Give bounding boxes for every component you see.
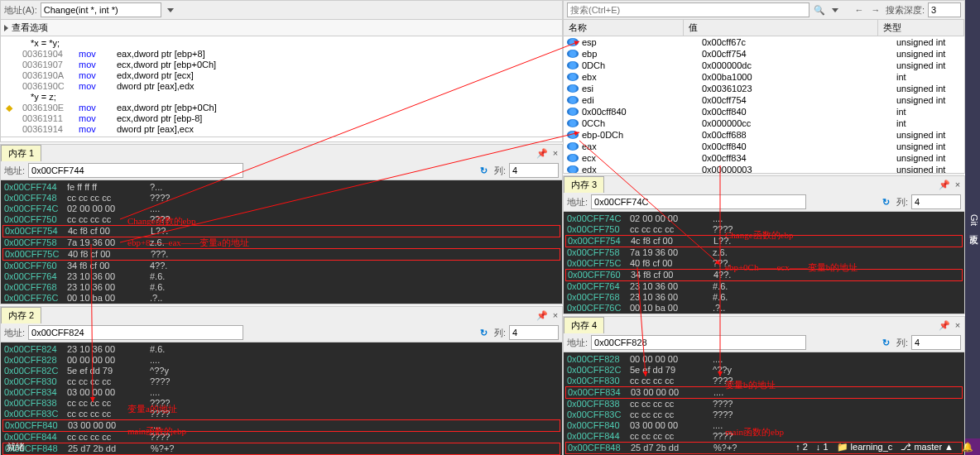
close-icon[interactable]: × (549, 146, 562, 160)
nav-left-icon[interactable]: ← (853, 3, 866, 17)
refresh-icon[interactable]: ↻ (880, 195, 893, 208)
close-icon[interactable]: × (951, 178, 964, 191)
depth-input[interactable] (928, 2, 961, 17)
mem3-cols-label: 列: (896, 196, 908, 208)
mem3-cols-input[interactable] (911, 194, 961, 209)
memory4-tab[interactable]: 内存 4 (564, 317, 604, 333)
mem2-addr-input[interactable] (28, 325, 243, 340)
pin-icon[interactable]: 📌 (938, 318, 951, 332)
address-toolbar: 地址(A): (1, 1, 562, 20)
git-rail[interactable]: Git 更改 (965, 0, 980, 438)
watch-table[interactable]: esp0x00cff67cunsigned intebp0x00cff754un… (564, 36, 964, 174)
watch-row[interactable]: ebx0x00ba1000int (564, 71, 964, 83)
search-dropdown[interactable] (829, 3, 841, 17)
watch-row[interactable]: 0x00cff8400x00cff840int (564, 106, 964, 117)
depth-label: 搜索深度: (886, 4, 925, 17)
mem4-cols-label: 列: (896, 337, 908, 349)
mem1-cols-label: 列: (494, 165, 506, 177)
search-icon[interactable]: 🔍 (813, 3, 826, 17)
expand-icon (4, 25, 8, 31)
status-ready: 就绪 (7, 441, 25, 453)
watch-row[interactable]: edx0x00000003unsigned int (564, 164, 964, 174)
refresh-icon[interactable]: ↻ (478, 164, 491, 177)
view-options-label: 查看选项 (12, 22, 48, 34)
col-name[interactable]: 名称 (564, 20, 684, 36)
mem2-addr-label: 地址: (4, 327, 25, 339)
view-options-bar[interactable]: 查看选项 (1, 20, 562, 36)
status-branch[interactable]: ⎇ master ▲ (901, 442, 954, 453)
watch-header: 名称 值 类型 (564, 20, 964, 36)
zoom-dropdown[interactable] (35, 139, 46, 142)
disassembly-panel: 地址(A): 查看选项 *x = *y;00361904moveax,dword… (0, 0, 563, 142)
refresh-icon[interactable]: ↻ (478, 326, 491, 339)
watch-row[interactable]: esi0x00361023unsigned int (564, 83, 964, 94)
memory4-table[interactable]: 0x00CFF82800 00 00 00....0x00CFF82C5e ef… (564, 352, 964, 455)
memory1-tab[interactable]: 内存 1 (1, 145, 41, 161)
watch-row[interactable]: ecx0x00cff834unsigned int (564, 152, 964, 164)
mem4-addr-input[interactable] (591, 335, 806, 350)
zoom-bar: 100 % ──────◉── (1, 136, 562, 142)
close-icon[interactable]: × (951, 318, 964, 332)
memory3-tab[interactable]: 内存 3 (564, 176, 604, 193)
memory2-tab[interactable]: 内存 2 (1, 307, 41, 323)
mem2-cols-label: 列: (494, 327, 506, 339)
memory2-table[interactable]: 0x00CFF82423 10 36 00#.6.0x00CFF82800 00… (1, 342, 562, 455)
watch-row[interactable]: 0CCh0x000000ccint (564, 117, 964, 129)
mem4-addr-label: 地址: (567, 337, 588, 349)
memory1-table[interactable]: 0x00CFF744fe ff ff ff?...0x00CFF748cc cc… (1, 180, 562, 304)
close-icon[interactable]: × (549, 309, 562, 322)
mem1-addr-label: 地址: (4, 165, 25, 177)
mem1-addr-input[interactable] (28, 163, 243, 178)
watch-row[interactable]: edi0x00cff754unsigned int (564, 94, 964, 106)
memory3-panel: 内存 3 📌 × 地址: ↻ 列: 0x00CFF74C02 00 00 00.… (563, 175, 965, 314)
search-input[interactable] (567, 2, 809, 17)
pin-icon[interactable]: 📌 (938, 178, 951, 191)
memory4-panel: 内存 4 📌 × 地址: ↻ 列: 0x00CFF82800 00 00 00.… (563, 316, 965, 455)
status-bell-icon[interactable]: 🔔 (962, 442, 973, 453)
status-up[interactable]: ↑ 2 (795, 442, 808, 452)
address-input[interactable] (41, 2, 161, 17)
watch-row[interactable]: esp0x00cff67cunsigned int (564, 36, 964, 48)
zoom-value: 100 % (4, 141, 30, 142)
address-label: 地址(A): (4, 4, 37, 17)
disassembly-listing[interactable]: *x = *y;00361904moveax,dword ptr [ebp+8]… (1, 36, 562, 136)
memory3-table[interactable]: 0x00CFF74C02 00 00 00....0x00CFF750cc cc… (564, 212, 964, 314)
mem3-addr-label: 地址: (567, 196, 588, 208)
mem3-addr-input[interactable] (591, 194, 806, 209)
watch-row[interactable]: ebp0x00cff754unsigned int (564, 48, 964, 60)
status-repo[interactable]: 📁 learning_c (837, 442, 893, 453)
address-dropdown[interactable] (165, 3, 176, 17)
nav-right-icon[interactable]: → (869, 3, 882, 17)
refresh-icon[interactable]: ↻ (880, 336, 893, 349)
watch-panel: 🔍 ← → 搜索深度: 名称 值 类型 esp0x00cff67cunsigne… (563, 0, 965, 174)
watch-row[interactable]: ebp-0DCh0x00cff688unsigned int (564, 129, 964, 141)
mem2-cols-input[interactable] (509, 325, 559, 340)
status-down[interactable]: ↓ 1 (816, 442, 829, 452)
memory1-panel: 内存 1 📌 × 地址: ↻ 列: 0x00CFF744fe ff ff ff?… (0, 144, 563, 304)
pin-icon[interactable]: 📌 (536, 146, 549, 160)
col-type[interactable]: 类型 (878, 20, 964, 36)
memory2-panel: 内存 2 📌 × 地址: ↻ 列: 0x00CFF82423 10 36 00#… (0, 306, 563, 455)
mem4-cols-input[interactable] (911, 335, 961, 350)
pin-icon[interactable]: 📌 (536, 309, 549, 322)
mem1-cols-input[interactable] (509, 163, 559, 178)
watch-row[interactable]: eax0x00cff840unsigned int (564, 141, 964, 152)
col-value[interactable]: 值 (684, 20, 878, 36)
watch-row[interactable]: 0DCh0x000000dcunsigned int (564, 60, 964, 71)
